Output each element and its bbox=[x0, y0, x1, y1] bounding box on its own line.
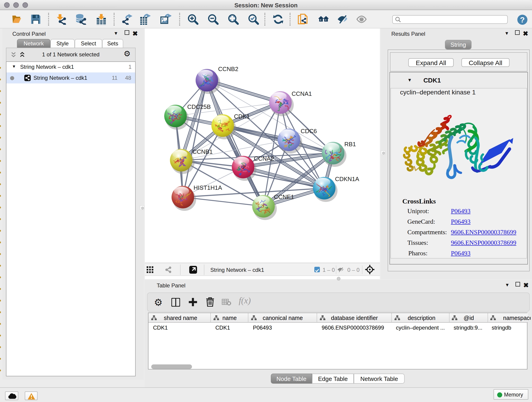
svg-text:CDK1: CDK1 bbox=[234, 113, 250, 120]
svg-text:HIST1H1A: HIST1H1A bbox=[194, 184, 222, 191]
svg-text:CCNA1: CCNA1 bbox=[292, 90, 312, 97]
svg-text:CCNB2: CCNB2 bbox=[218, 65, 238, 72]
svg-text:RB1: RB1 bbox=[344, 141, 356, 148]
svg-text:?: ? bbox=[520, 15, 525, 24]
svg-text:CCNB1: CCNB1 bbox=[192, 148, 213, 155]
svg-text:CDC6: CDC6 bbox=[301, 128, 317, 134]
svg-text:CCNA2: CCNA2 bbox=[254, 155, 274, 162]
svg-text:CDKN1A: CDKN1A bbox=[335, 176, 359, 182]
svg-text:CCNE1: CCNE1 bbox=[274, 193, 294, 200]
svg-text:CDC25B: CDC25B bbox=[187, 103, 211, 110]
